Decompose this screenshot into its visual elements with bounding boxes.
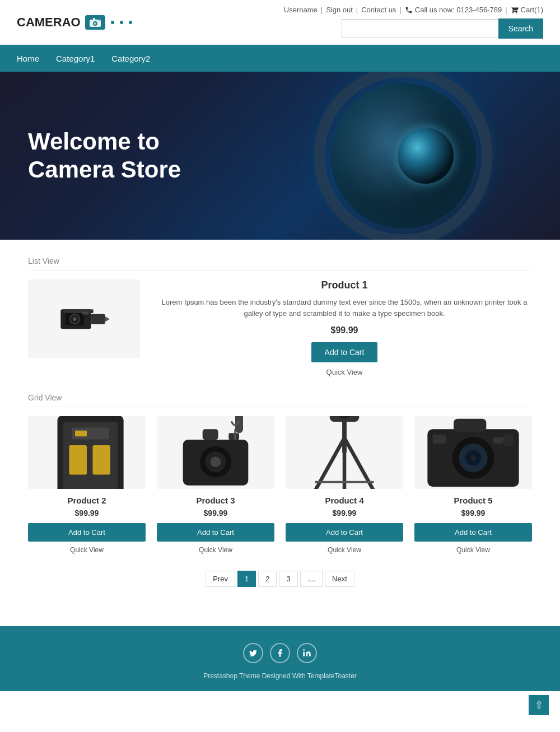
svg-point-24 — [211, 456, 221, 467]
product2-image — [28, 416, 146, 489]
page-2[interactable]: 2 — [258, 571, 277, 587]
product5-quick-view[interactable]: Quick View — [414, 546, 532, 554]
next-page[interactable]: Next — [325, 571, 354, 587]
product3-price: $99.99 — [157, 509, 274, 517]
hero-lens-inner — [398, 128, 454, 184]
cart-icon — [511, 6, 519, 14]
product4-add-to-cart[interactable]: Add to Cart — [286, 523, 403, 542]
cart-text: Cart(1) — [521, 6, 543, 14]
product1-price: $99.99 — [157, 325, 532, 335]
grid-product-4: Product 4 $99.99 Add to Cart Quick View — [286, 416, 403, 554]
twitter-icon[interactable] — [243, 643, 263, 663]
product1-add-to-cart[interactable]: Add to Cart — [311, 342, 378, 362]
camera-logo-icon — [85, 15, 105, 30]
search-input[interactable] — [342, 19, 498, 38]
product3-add-to-cart[interactable]: Add to Cart — [157, 523, 274, 542]
product4-name: Product 4 — [286, 496, 403, 505]
search-bar: Search — [342, 18, 543, 39]
footer-social — [0, 643, 560, 663]
hero-text: Welcome to Camera Store — [28, 128, 181, 184]
page-dots[interactable]: .... — [300, 571, 323, 587]
nav-home[interactable]: Home — [17, 46, 39, 71]
camcorder-icon — [56, 296, 112, 341]
svg-rect-25 — [203, 429, 218, 440]
top-bar: CAMERAO Username | Sign out | Contact us… — [0, 0, 560, 45]
product5-add-to-cart[interactable]: Add to Cart — [414, 523, 532, 542]
list-view-label: List View — [28, 257, 532, 271]
svg-rect-44 — [493, 437, 503, 444]
product4-image — [286, 416, 403, 489]
grid-view: Product 2 $99.99 Add to Cart Quick View — [28, 416, 532, 554]
battery-icon — [28, 416, 146, 489]
product2-price: $99.99 — [28, 509, 146, 517]
svg-rect-10 — [91, 314, 105, 324]
top-right: Username | Sign out | Contact us | Call … — [284, 6, 543, 39]
product2-add-to-cart[interactable]: Add to Cart — [28, 523, 146, 542]
main-nav: Home Category1 Category2 — [0, 45, 560, 72]
svg-rect-43 — [433, 434, 446, 443]
svg-point-42 — [470, 455, 475, 460]
grid-product-2: Product 2 $99.99 Add to Cart Quick View — [28, 416, 146, 554]
logo-text: CAMERAO — [17, 15, 81, 30]
product4-price: $99.99 — [286, 509, 403, 517]
phone-text: Call us now: 0123-456-789 — [415, 6, 502, 14]
svg-rect-17 — [93, 445, 111, 475]
product5-image — [414, 416, 532, 489]
product3-name: Product 3 — [157, 496, 274, 505]
pagination: Prev 1 2 3 .... Next — [28, 571, 532, 587]
product3-image — [157, 416, 274, 489]
svg-rect-26 — [228, 433, 239, 440]
page-1[interactable]: 1 — [237, 571, 256, 587]
linkedin-icon[interactable] — [297, 643, 317, 663]
logo-dot — [111, 21, 114, 24]
prev-page[interactable]: Prev — [206, 571, 235, 587]
username-link[interactable]: Username — [284, 6, 318, 14]
svg-rect-4 — [99, 20, 100, 21]
svg-point-46 — [303, 649, 305, 651]
product1-info: Product 1 Lorem Ipsum has been the indus… — [157, 279, 532, 376]
signout-link[interactable]: Sign out — [326, 6, 353, 14]
svg-point-9 — [73, 318, 77, 321]
product5-name: Product 5 — [414, 496, 532, 505]
product1-name: Product 1 — [157, 279, 532, 291]
svg-rect-38 — [454, 418, 486, 431]
product1-quick-view[interactable]: Quick View — [157, 368, 532, 376]
grid-view-label: Grid View — [28, 393, 532, 407]
footer-text: Prestashop Theme Designed With TemplateT… — [0, 672, 560, 680]
hero-banner: Welcome to Camera Store — [0, 72, 560, 240]
product2-quick-view[interactable]: Quick View — [28, 546, 146, 554]
logo: CAMERAO — [17, 15, 132, 30]
search-button[interactable]: Search — [498, 18, 543, 39]
svg-rect-13 — [82, 312, 89, 315]
product4-quick-view[interactable]: Quick View — [286, 546, 403, 554]
page-3[interactable]: 3 — [279, 571, 297, 587]
phone-wrapper: Call us now: 0123-456-789 — [405, 6, 502, 14]
grid-product-3: Product 3 $99.99 Add to Cart Quick View — [157, 416, 274, 554]
grid-product-5: Product 5 $99.99 Add to Cart Quick View — [414, 416, 532, 554]
footer: Prestashop Theme Designed With TemplateT… — [0, 626, 560, 691]
facebook-icon[interactable] — [270, 643, 290, 663]
nav-category1[interactable]: Category1 — [56, 46, 95, 71]
dslr-icon — [414, 416, 532, 489]
logo-dot2 — [120, 21, 123, 24]
svg-rect-3 — [93, 18, 95, 20]
list-view-item: Product 1 Lorem Ipsum has been the indus… — [28, 279, 532, 376]
svg-rect-19 — [75, 431, 87, 437]
product3-quick-view[interactable]: Quick View — [157, 546, 274, 554]
top-links: Username | Sign out | Contact us | Call … — [284, 6, 543, 14]
svg-rect-12 — [63, 309, 94, 313]
hero-heading: Welcome to Camera Store — [28, 128, 181, 184]
main-content: List View Product 1 Lorem Ipsum has been… — [0, 240, 560, 626]
svg-marker-11 — [105, 316, 110, 322]
product1-image — [28, 279, 140, 358]
tripod-icon — [286, 416, 403, 489]
svg-rect-16 — [69, 445, 87, 475]
product5-price: $99.99 — [414, 509, 532, 517]
product1-desc: Lorem Ipsum has been the industry's stan… — [157, 297, 532, 319]
cart-wrapper[interactable]: Cart(1) — [511, 6, 543, 14]
nav-category2[interactable]: Category2 — [111, 46, 150, 71]
product2-name: Product 2 — [28, 496, 146, 505]
phone-icon — [405, 6, 413, 14]
logo-dot3 — [129, 21, 132, 24]
contact-link[interactable]: Contact us — [361, 6, 396, 14]
